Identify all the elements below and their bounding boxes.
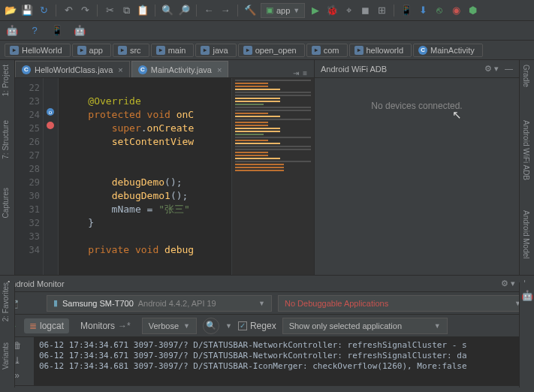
device-info: Android 4.4.2, API 19 bbox=[138, 299, 216, 308]
logcat-icon: ≣ bbox=[29, 321, 37, 331]
debug-icon[interactable]: 🐞 bbox=[326, 5, 338, 17]
find-icon[interactable]: 🔍 bbox=[161, 5, 173, 17]
tool-androidmodel[interactable]: Android Model bbox=[522, 210, 530, 258]
redo-icon[interactable]: ↷ bbox=[79, 5, 91, 17]
wifi-adb-message: No devices connected. bbox=[371, 101, 462, 111]
device-combo[interactable]: ▮ Samsung SM-T700 Android 4.4.2, API 19 … bbox=[47, 295, 272, 312]
class-icon: C bbox=[22, 65, 31, 74]
gutter: o bbox=[44, 78, 59, 275]
android-monitor: Android Monitor ⚙ ▾ ⤓ 📷 ▮ Samsung SM-T70… bbox=[0, 275, 534, 385]
breadcrumb: ▸HelloWorld▸app▸src▸main▸java▸open_open▸… bbox=[0, 41, 534, 60]
device-name: Samsung SM-T700 bbox=[62, 299, 134, 308]
filter-label: Show only selected application bbox=[289, 321, 402, 330]
tool-favorites[interactable]: 2: Favorites bbox=[2, 282, 10, 321]
crumb-open_open[interactable]: ▸open_open bbox=[238, 44, 305, 57]
help-icon[interactable]: ⬢ bbox=[466, 5, 478, 17]
open-icon[interactable]: 📂 bbox=[5, 5, 17, 17]
stop-icon[interactable]: ◼ bbox=[359, 5, 371, 17]
ddms-icon[interactable]: ⎋ bbox=[433, 5, 445, 17]
tab-mainactivity[interactable]: C MainActivity.java × bbox=[131, 61, 229, 77]
undo-icon[interactable]: ↶ bbox=[62, 5, 74, 17]
tool-captures[interactable]: Captures bbox=[2, 188, 10, 219]
gear-icon[interactable]: ⚙ ▾ bbox=[501, 279, 515, 288]
tool-structure[interactable]: 7: Structure bbox=[2, 120, 10, 159]
breakpoint-icon[interactable] bbox=[47, 122, 54, 129]
left-tool-strip: 1: Project 7: Structure Captures bbox=[0, 60, 15, 275]
log-search[interactable]: 🔍 bbox=[203, 318, 219, 334]
minimap[interactable] bbox=[231, 78, 314, 275]
crumb-helloworld[interactable]: ▸helloworld bbox=[349, 44, 412, 57]
tool-wifiadb[interactable]: Android WiFi ADB bbox=[522, 120, 530, 180]
regex-label: Regex bbox=[250, 321, 276, 331]
android-icon[interactable]: 🤖 bbox=[521, 290, 533, 301]
run-config-combo[interactable]: ▣ app ▼ bbox=[261, 3, 305, 18]
settings-icon[interactable]: ◉ bbox=[450, 5, 462, 17]
sync-icon[interactable]: ↻ bbox=[38, 5, 50, 17]
logcat-label: logcat bbox=[40, 321, 64, 331]
regex-checkbox[interactable]: ✓ Regex bbox=[238, 321, 276, 331]
logcat-tab[interactable]: ≣ logcat bbox=[24, 318, 69, 333]
tab-overflow[interactable]: ⇥ ≡ bbox=[293, 69, 314, 77]
avd-icon[interactable]: 📱 bbox=[400, 5, 412, 17]
device-icon[interactable]: 📱 bbox=[51, 25, 63, 37]
close-icon[interactable]: × bbox=[118, 65, 122, 74]
line-numbers: 22232425262728293031323334 bbox=[15, 78, 44, 275]
svg-text:o: o bbox=[49, 109, 53, 116]
tab-label: MainActivity.java bbox=[151, 65, 212, 74]
android2-icon[interactable]: 🤖 bbox=[74, 25, 86, 37]
crumb-helloworld[interactable]: ▸HelloWorld bbox=[5, 44, 71, 57]
class-icon: C bbox=[138, 65, 147, 74]
crumb-app[interactable]: ▸app bbox=[72, 44, 111, 57]
tool-gradle[interactable]: Gradle bbox=[522, 65, 530, 87]
question-icon[interactable]: ? bbox=[29, 25, 41, 37]
process-combo[interactable]: No Debuggable Applications ▼ bbox=[278, 295, 528, 312]
back-icon[interactable]: ← bbox=[203, 5, 215, 17]
run-config-label: app bbox=[276, 6, 290, 15]
editor-tabs: C HelloWorldClass.java × C MainActivity.… bbox=[15, 60, 314, 78]
forward-icon[interactable]: → bbox=[219, 5, 231, 17]
crumb-main[interactable]: ▸main bbox=[151, 44, 195, 57]
monitors-tab[interactable]: Monitors →* bbox=[75, 318, 136, 333]
secondary-toolbar: 🤖 ? 📱 🤖 bbox=[0, 21, 534, 41]
attach-icon[interactable]: ⌖ bbox=[342, 5, 354, 17]
tab-helloworldclass[interactable]: C HelloWorldClass.java × bbox=[15, 61, 130, 77]
coverage-icon[interactable]: ⊞ bbox=[376, 5, 388, 17]
filter-combo[interactable]: Show only selected application ▼ bbox=[282, 318, 448, 334]
right-tool-strip: Gradle Android WiFi ADB Android Model bbox=[519, 60, 534, 275]
override-icon[interactable]: o bbox=[46, 107, 55, 116]
log-output[interactable]: 06-12 17:34:34.671 3097-3097/? D/STATUSB… bbox=[35, 337, 534, 385]
monitors-label: Monitors bbox=[80, 321, 115, 331]
save-icon[interactable]: 💾 bbox=[21, 5, 33, 17]
sdk-icon[interactable]: ⬇ bbox=[417, 5, 429, 17]
crumb-com[interactable]: ▸com bbox=[306, 44, 348, 57]
cut-icon[interactable]: ✂ bbox=[104, 5, 116, 17]
process-label: No Debuggable Applications bbox=[285, 299, 388, 308]
tool-project[interactable]: 1: Project bbox=[2, 65, 10, 96]
tool-variants[interactable]: Variants bbox=[2, 342, 10, 369]
tab-label: HelloWorldClass.java bbox=[35, 65, 113, 74]
phone-icon: ▮ bbox=[53, 298, 58, 308]
main-toolbar: 📂 💾 ↻ ↶ ↷ ✂ ⧉ 📋 🔍 🔎 ← → 🔨 ▣ app ▼ ▶ 🐞 ⌖ … bbox=[0, 0, 534, 21]
loglevel-combo[interactable]: Verbose ▼ bbox=[142, 318, 197, 334]
code-editor[interactable]: 22232425262728293031323334 o @Override p… bbox=[15, 78, 314, 275]
wifi-adb-pane: Android WiFi ADB ⚙ ▾ — No devices connec… bbox=[314, 60, 519, 275]
crumb-java[interactable]: ▸java bbox=[195, 44, 236, 57]
gear-icon[interactable]: ⚙ ▾ bbox=[484, 64, 499, 74]
replace-icon[interactable]: 🔎 bbox=[178, 5, 190, 17]
close-icon[interactable]: × bbox=[217, 65, 222, 74]
hide-icon[interactable]: — bbox=[505, 64, 513, 74]
crumb-mainactivity[interactable]: CMainActivity bbox=[413, 44, 483, 57]
paste-icon[interactable]: 📋 bbox=[137, 5, 149, 17]
build-icon[interactable]: 🔨 bbox=[244, 5, 256, 17]
run-icon[interactable]: ▶ bbox=[309, 5, 321, 17]
crumb-src[interactable]: ▸src bbox=[113, 44, 149, 57]
android-icon[interactable]: 🤖 bbox=[6, 25, 18, 37]
wifi-adb-title: Android WiFi ADB bbox=[321, 65, 387, 74]
copy-icon[interactable]: ⧉ bbox=[120, 5, 132, 17]
status-bar bbox=[0, 385, 534, 391]
loglevel-label: Verbose bbox=[149, 321, 179, 330]
more-icon[interactable]: » bbox=[14, 370, 20, 381]
